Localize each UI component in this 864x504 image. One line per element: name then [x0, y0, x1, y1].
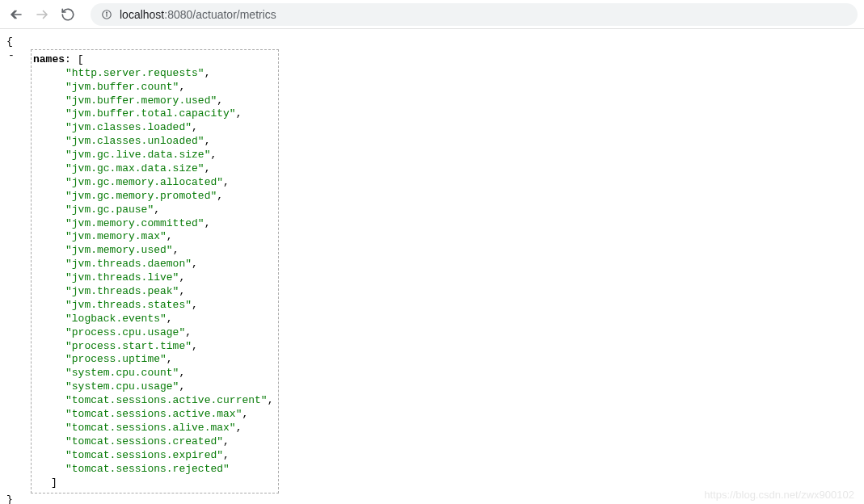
comma: ,: [223, 435, 230, 447]
json-string-item: "jvm.buffer.memory.used",: [65, 94, 273, 108]
json-string-value: "jvm.memory.committed": [65, 217, 204, 229]
comma: ,: [179, 285, 185, 297]
json-string-item: "jvm.gc.memory.promoted",: [65, 190, 273, 204]
json-string-value: "process.start.time": [65, 340, 192, 352]
comma: ,: [185, 326, 192, 338]
json-string-item: "jvm.memory.committed",: [65, 217, 273, 231]
json-string-value: "jvm.threads.peak": [65, 285, 179, 297]
json-string-item: "jvm.buffer.total.capacity",: [65, 107, 273, 121]
url-port: :8080: [164, 8, 192, 21]
json-string-value: "tomcat.sessions.alive.max": [65, 422, 236, 434]
json-string-item: "jvm.threads.live",: [65, 271, 273, 285]
json-array: "http.server.requests","jvm.buffer.count…: [65, 67, 273, 477]
json-string-item: "jvm.gc.max.data.size",: [65, 162, 273, 176]
json-string-value: "jvm.classes.loaded": [65, 121, 192, 133]
json-string-item: "jvm.gc.memory.allocated",: [65, 176, 273, 190]
json-string-item: "process.uptime",: [65, 353, 273, 367]
json-string-value: "jvm.classes.unloaded": [65, 135, 204, 147]
comma: ,: [217, 94, 223, 107]
json-string-value: "tomcat.sessions.expired": [65, 449, 223, 461]
comma: ,: [192, 299, 198, 311]
json-string-item: "tomcat.sessions.alive.max",: [65, 422, 273, 435]
comma: ,: [223, 176, 230, 188]
open-bracket: [: [78, 53, 84, 65]
json-string-value: "jvm.gc.pause": [65, 204, 154, 216]
json-string-value: "jvm.gc.memory.allocated": [65, 176, 223, 188]
json-string-value: "system.cpu.count": [65, 367, 179, 379]
comma: ,: [192, 258, 198, 270]
comma: ,: [166, 313, 173, 325]
info-icon[interactable]: [100, 8, 113, 21]
open-brace: {: [6, 36, 858, 49]
comma: ,: [192, 340, 198, 352]
close-bracket: ]: [51, 477, 57, 489]
comma: ,: [223, 449, 230, 461]
json-string-value: "jvm.buffer.count": [65, 81, 179, 93]
json-string-value: "jvm.memory.used": [65, 244, 173, 256]
forward-button[interactable]: [32, 5, 52, 24]
json-string-value: "tomcat.sessions.active.current": [65, 394, 268, 406]
json-string-item: "jvm.classes.loaded",: [65, 121, 273, 135]
comma: ,: [179, 367, 185, 379]
json-string-item: "http.server.requests",: [65, 67, 273, 81]
json-string-item: "system.cpu.count",: [65, 367, 273, 380]
json-string-item: "jvm.buffer.count",: [65, 81, 273, 94]
comma: ,: [217, 190, 223, 202]
json-string-item: "process.cpu.usage",: [65, 326, 273, 340]
json-string-value: "jvm.gc.live.data.size": [65, 149, 210, 161]
json-string-value: "jvm.buffer.memory.used": [65, 94, 217, 107]
comma: ,: [204, 67, 211, 79]
json-viewer: { - names: [ "http.server.requests","jvm…: [0, 29, 864, 504]
json-key-line: names: [: [33, 53, 273, 67]
comma: ,: [204, 162, 211, 174]
back-button[interactable]: [6, 5, 26, 24]
json-string-item: "tomcat.sessions.active.max",: [65, 408, 273, 422]
json-string-value: "jvm.gc.max.data.size": [65, 162, 204, 174]
json-string-item: "jvm.gc.pause",: [65, 204, 273, 217]
json-key-names: names: [33, 53, 65, 65]
comma: ,: [154, 204, 160, 216]
json-string-value: "system.cpu.usage": [65, 380, 179, 393]
json-string-item: "jvm.threads.daemon",: [65, 258, 273, 271]
json-string-item: "jvm.classes.unloaded",: [65, 135, 273, 149]
json-string-item: "logback.events",: [65, 313, 273, 326]
json-string-value: "jvm.memory.max": [65, 230, 166, 242]
json-string-item: "tomcat.sessions.rejected": [65, 463, 273, 477]
collapse-toggle[interactable]: -: [6, 49, 16, 63]
json-string-item: "tomcat.sessions.created",: [65, 435, 273, 449]
reload-button[interactable]: [58, 5, 78, 24]
json-string-item: "jvm.threads.peak",: [65, 285, 273, 299]
browser-toolbar: localhost:8080/actuator/metrics: [0, 0, 864, 29]
url-path: /actuator/metrics: [192, 8, 276, 21]
comma: ,: [204, 135, 211, 147]
json-string-value: "tomcat.sessions.active.max": [65, 408, 242, 420]
address-bar[interactable]: localhost:8080/actuator/metrics: [91, 3, 858, 26]
json-string-value: "process.uptime": [65, 353, 166, 365]
comma: ,: [192, 121, 198, 133]
json-string-value: "jvm.threads.states": [65, 299, 192, 311]
comma: ,: [210, 149, 217, 161]
comma: ,: [173, 244, 179, 256]
comma: ,: [166, 230, 173, 242]
comma: ,: [166, 353, 173, 365]
json-string-value: "jvm.buffer.total.capacity": [65, 107, 236, 120]
json-string-item: "tomcat.sessions.expired",: [65, 449, 273, 463]
comma: ,: [242, 408, 248, 420]
comma: ,: [204, 217, 211, 229]
json-string-value: "tomcat.sessions.rejected": [65, 463, 230, 475]
comma: ,: [236, 107, 242, 120]
json-string-value: "logback.events": [65, 313, 166, 325]
json-string-item: "tomcat.sessions.active.current",: [65, 394, 273, 408]
json-string-value: "process.cpu.usage": [65, 326, 185, 338]
url-host: localhost: [120, 8, 164, 21]
json-string-item: "jvm.memory.used",: [65, 244, 273, 258]
comma: ,: [179, 81, 185, 93]
comma: ,: [179, 380, 185, 393]
comma: ,: [236, 422, 242, 434]
json-string-item: "jvm.threads.states",: [65, 299, 273, 313]
comma: ,: [268, 394, 274, 406]
json-string-item: "jvm.memory.max",: [65, 230, 273, 244]
json-string-item: "process.start.time",: [65, 340, 273, 354]
json-string-value: "tomcat.sessions.created": [65, 435, 223, 447]
comma: ,: [179, 271, 185, 284]
